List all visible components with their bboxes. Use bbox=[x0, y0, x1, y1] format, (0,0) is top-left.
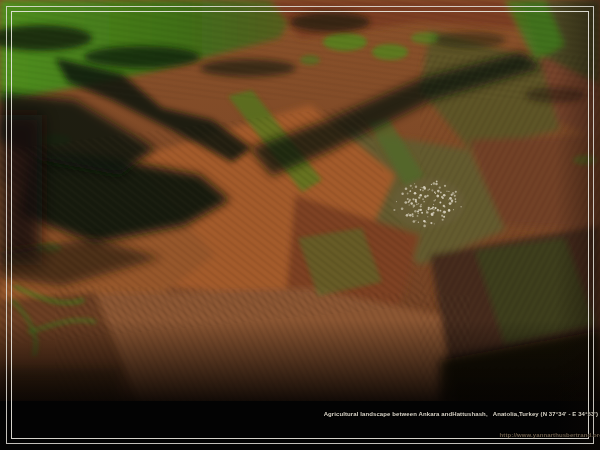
caption-url: http://www.yannarthusbertrand.org bbox=[324, 432, 600, 439]
village-ground bbox=[391, 178, 465, 228]
desktop-wallpaper: Agricultural landscape between Ankara an… bbox=[0, 0, 600, 450]
aerial-photo bbox=[0, 0, 600, 450]
photo-caption: Agricultural landscape between Ankara an… bbox=[324, 397, 598, 450]
caption-title: Agricultural landscape between Ankara an… bbox=[324, 411, 598, 418]
right-vignette bbox=[555, 0, 600, 450]
